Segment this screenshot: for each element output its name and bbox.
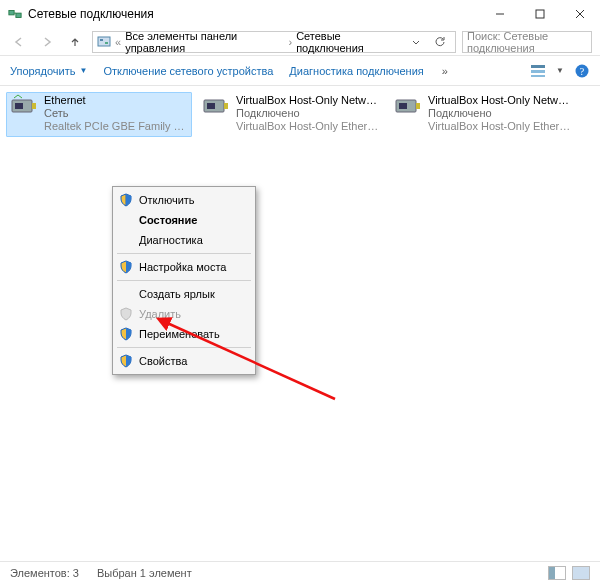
adapter-status: Подключено — [236, 107, 380, 120]
ctx-label: Диагностика — [139, 234, 203, 246]
minimize-button[interactable] — [480, 0, 520, 28]
breadcrumb-current[interactable]: Сетевые подключения — [296, 30, 401, 54]
ctx-label: Состояние — [139, 214, 197, 226]
adapter-name: VirtualBox Host-Only Network #2 — [428, 94, 572, 107]
shield-icon — [119, 260, 133, 274]
back-button[interactable] — [8, 31, 30, 53]
svg-rect-6 — [531, 65, 545, 68]
breadcrumb-sep: « — [115, 36, 121, 48]
network-adapter-icon — [10, 94, 38, 118]
details-view-button[interactable] — [548, 566, 566, 580]
adapter-name: VirtualBox Host-Only Network — [236, 94, 380, 107]
status-bar: Элементов: 3 Выбран 1 элемент — [0, 561, 600, 583]
ctx-properties[interactable]: Свойства — [115, 351, 253, 371]
breadcrumb-bar[interactable]: « Все элементы панели управления › Сетев… — [92, 31, 456, 53]
context-menu: Отключить Состояние Диагностика Настройк… — [112, 186, 256, 375]
adapter-item-vbox2[interactable]: VirtualBox Host-Only Network #2 Подключе… — [390, 92, 576, 137]
close-button[interactable] — [560, 0, 600, 28]
ctx-label: Настройка моста — [139, 261, 226, 273]
adapter-device: VirtualBox Host-Only Ethernet Ad... — [428, 120, 572, 133]
status-selected: Выбран 1 элемент — [97, 567, 192, 579]
svg-text:?: ? — [580, 66, 585, 77]
search-placeholder: Поиск: Сетевые подключения — [467, 30, 587, 54]
adapter-name: Ethernet — [44, 94, 188, 107]
up-button[interactable] — [64, 31, 86, 53]
network-connections-icon — [8, 7, 22, 21]
window-buttons — [480, 0, 600, 28]
thumbnails-view-button[interactable] — [572, 566, 590, 580]
search-input[interactable]: Поиск: Сетевые подключения — [462, 31, 592, 53]
organize-label: Упорядочить — [10, 65, 75, 77]
svg-rect-18 — [399, 103, 407, 109]
adapter-list: Ethernet Сеть Realtek PCIe GBE Family Co… — [0, 86, 600, 137]
network-adapter-icon — [394, 94, 422, 118]
svg-rect-19 — [416, 103, 420, 109]
refresh-button[interactable] — [429, 31, 451, 53]
adapter-item-vbox1[interactable]: VirtualBox Host-Only Network Подключено … — [198, 92, 384, 137]
svg-rect-0 — [9, 11, 14, 15]
ctx-delete: Удалить — [115, 304, 253, 324]
ctx-status[interactable]: Состояние — [115, 210, 253, 230]
ctx-separator — [117, 347, 251, 348]
control-panel-icon — [97, 35, 111, 49]
adapter-device: VirtualBox Host-Only Ethernet Ad... — [236, 120, 380, 133]
svg-rect-5 — [105, 42, 108, 44]
svg-rect-12 — [15, 103, 23, 109]
ctx-disable[interactable]: Отключить — [115, 190, 253, 210]
disable-device-label: Отключение сетевого устройства — [103, 65, 273, 77]
view-dropdown-icon[interactable]: ▼ — [556, 66, 564, 75]
breadcrumb-dropdown-icon[interactable] — [405, 31, 427, 53]
diagnose-label: Диагностика подключения — [289, 65, 423, 77]
ctx-bridge[interactable]: Настройка моста — [115, 257, 253, 277]
title-bar: Сетевые подключения — [0, 0, 600, 28]
ctx-shortcut[interactable]: Создать ярлык — [115, 284, 253, 304]
svg-rect-1 — [16, 13, 21, 17]
shield-icon — [119, 307, 133, 321]
svg-rect-3 — [98, 37, 110, 46]
forward-button[interactable] — [36, 31, 58, 53]
svg-rect-13 — [32, 103, 36, 109]
command-bar: Упорядочить ▼ Отключение сетевого устрой… — [0, 56, 600, 86]
organize-button[interactable]: Упорядочить ▼ — [10, 65, 87, 77]
maximize-button[interactable] — [520, 0, 560, 28]
ctx-separator — [117, 280, 251, 281]
adapter-device: Realtek PCIe GBE Family Controller — [44, 120, 188, 133]
status-item-count: Элементов: 3 — [10, 567, 79, 579]
adapter-status: Сеть — [44, 107, 188, 120]
content-area: Ethernet Сеть Realtek PCIe GBE Family Co… — [0, 86, 600, 137]
ctx-label: Свойства — [139, 355, 187, 367]
svg-rect-8 — [531, 75, 545, 77]
adapter-item-ethernet[interactable]: Ethernet Сеть Realtek PCIe GBE Family Co… — [6, 92, 192, 137]
shield-icon — [119, 327, 133, 341]
address-bar-row: « Все элементы панели управления › Сетев… — [0, 28, 600, 56]
svg-rect-7 — [531, 70, 545, 73]
shield-icon — [119, 193, 133, 207]
help-button[interactable]: ? — [574, 63, 590, 79]
ctx-rename[interactable]: Переименовать — [115, 324, 253, 344]
svg-rect-16 — [224, 103, 228, 109]
network-adapter-icon — [202, 94, 230, 118]
ctx-label: Создать ярлык — [139, 288, 215, 300]
diagnose-button[interactable]: Диагностика подключения — [289, 65, 423, 77]
shield-icon — [119, 354, 133, 368]
breadcrumb-chevron-icon: › — [288, 36, 292, 48]
adapter-status: Подключено — [428, 107, 572, 120]
overflow-chevron-icon[interactable]: » — [442, 65, 448, 77]
ctx-diagnose[interactable]: Диагностика — [115, 230, 253, 250]
ctx-label: Удалить — [139, 308, 181, 320]
svg-rect-2 — [536, 10, 544, 18]
view-options-button[interactable] — [530, 63, 546, 79]
svg-rect-15 — [207, 103, 215, 109]
ctx-label: Переименовать — [139, 328, 220, 340]
ctx-label: Отключить — [139, 194, 195, 206]
ctx-separator — [117, 253, 251, 254]
svg-rect-4 — [100, 39, 103, 41]
breadcrumb-root[interactable]: Все элементы панели управления — [125, 30, 284, 54]
window-title: Сетевые подключения — [28, 7, 480, 21]
dropdown-icon: ▼ — [79, 66, 87, 75]
disable-device-button[interactable]: Отключение сетевого устройства — [103, 65, 273, 77]
